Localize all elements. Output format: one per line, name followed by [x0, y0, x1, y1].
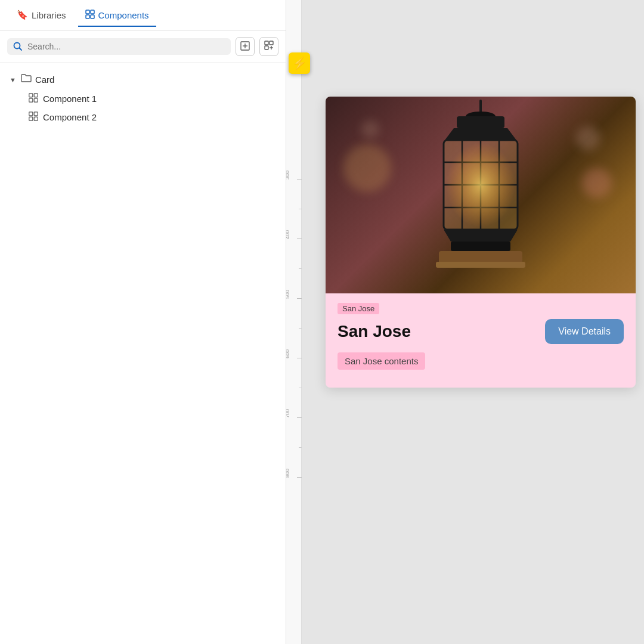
svg-rect-18 — [29, 112, 33, 116]
card-contents: San Jose contents — [338, 352, 425, 370]
add-component-icon — [264, 41, 274, 52]
lightning-icon: ⚡ — [292, 56, 307, 70]
component2-icon — [29, 112, 38, 123]
lightning-badge: ⚡ — [289, 52, 310, 74]
svg-rect-35 — [451, 242, 510, 251]
components-icon — [85, 10, 95, 21]
svg-rect-37 — [436, 262, 525, 268]
canvas-content: ⚡ — [302, 0, 644, 644]
card-body: San Jose San Jose View Details San Jose … — [326, 293, 636, 388]
add-component-button[interactable] — [259, 37, 278, 56]
component1-label: Component 1 — [43, 94, 97, 104]
svg-rect-0 — [86, 10, 89, 14]
tab-components[interactable]: Components — [78, 5, 156, 27]
component1-item[interactable]: Component 1 — [0, 89, 286, 108]
svg-rect-20 — [29, 117, 33, 120]
add-frame-button[interactable] — [236, 37, 255, 56]
vertical-ruler — [286, 0, 302, 644]
search-area — [0, 31, 286, 63]
svg-rect-11 — [265, 46, 268, 49]
svg-rect-21 — [34, 117, 38, 120]
card-component: San Jose San Jose View Details San Jose … — [326, 97, 636, 388]
card-title: San Jose — [338, 322, 411, 341]
svg-rect-3 — [91, 15, 94, 18]
folder-icon — [21, 73, 32, 86]
tree-area: ▼ Card Component 1 — [0, 63, 286, 644]
component2-item[interactable]: Component 2 — [0, 108, 286, 126]
bookmark-icon: 🔖 — [17, 10, 28, 20]
svg-rect-17 — [34, 98, 38, 102]
svg-rect-33 — [446, 143, 515, 227]
component1-icon — [29, 93, 38, 104]
tab-libraries[interactable]: 🔖 Libraries — [10, 5, 73, 26]
card-label: San Jose — [338, 303, 379, 314]
card-image — [326, 97, 636, 293]
card-title-row: San Jose View Details — [338, 319, 624, 344]
svg-rect-19 — [34, 112, 38, 116]
search-icon — [13, 42, 23, 51]
svg-rect-15 — [34, 94, 38, 97]
lantern-svg — [427, 100, 534, 278]
svg-rect-10 — [270, 41, 273, 45]
left-panel: 🔖 Libraries Components — [0, 0, 286, 644]
card-folder-label: Card — [35, 75, 55, 85]
svg-rect-16 — [29, 98, 33, 102]
libraries-tab-label: Libraries — [32, 10, 66, 20]
view-details-button[interactable]: View Details — [545, 319, 624, 344]
svg-rect-2 — [86, 15, 89, 18]
component2-label: Component 2 — [43, 112, 97, 122]
search-input[interactable] — [27, 42, 225, 51]
svg-line-5 — [20, 48, 22, 51]
svg-rect-1 — [91, 10, 94, 14]
svg-rect-14 — [29, 94, 33, 97]
svg-marker-25 — [445, 128, 516, 140]
canvas-area: ⚡ — [286, 0, 644, 644]
add-frame-icon — [240, 41, 250, 52]
svg-marker-34 — [444, 230, 518, 242]
svg-rect-24 — [457, 116, 504, 128]
components-tab-label: Components — [98, 10, 149, 20]
chevron-icon: ▼ — [10, 76, 16, 83]
search-wrapper — [7, 38, 231, 55]
svg-rect-9 — [265, 41, 268, 45]
tab-bar: 🔖 Libraries Components — [0, 0, 286, 31]
card-folder-item[interactable]: ▼ Card — [0, 70, 286, 89]
